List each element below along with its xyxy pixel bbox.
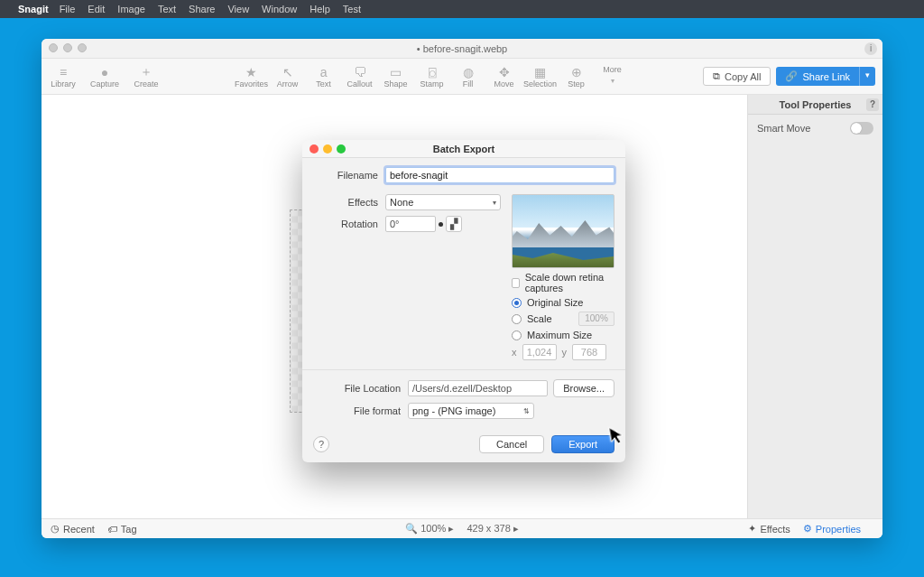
tool-fill[interactable]: ◍Fill	[454, 65, 483, 88]
menu-file[interactable]: File	[60, 4, 76, 14]
tool-selection[interactable]: ▦Selection	[526, 65, 555, 88]
scale-percent: 100%	[578, 312, 614, 326]
move-icon: ✥	[499, 65, 510, 79]
minimize-icon[interactable]	[323, 144, 332, 154]
effects-button[interactable]: ✦Effects	[748, 523, 790, 535]
y-label: y	[562, 347, 568, 358]
help-button[interactable]: ?	[313, 436, 329, 452]
rotation-input[interactable]	[385, 216, 436, 232]
help-icon[interactable]: ?	[866, 98, 879, 111]
original-size-option[interactable]: Original Size	[512, 297, 614, 308]
tool-arrow[interactable]: ↖Arrow	[273, 65, 302, 88]
tool-step[interactable]: ⊕Step	[562, 65, 591, 88]
scale-option[interactable]: Scale 100%	[512, 312, 614, 326]
effects-select[interactable]: None▾	[385, 194, 501, 210]
rotation-label: Rotation	[313, 219, 385, 229]
recent-label: Recent	[63, 524, 95, 535]
file-location-label: File Location	[313, 383, 408, 394]
filename-input[interactable]	[385, 167, 614, 183]
recent-button[interactable]: ◷Recent	[51, 523, 95, 535]
tag-button[interactable]: 🏷Tag	[107, 524, 137, 535]
tag-icon: 🏷	[107, 524, 117, 535]
scale-down-label: Scale down retina captures	[525, 272, 614, 293]
menu-window[interactable]: Window	[262, 4, 297, 14]
toolbar-label: Capture	[90, 79, 119, 88]
copy-all-button[interactable]: ⧉Copy All	[703, 67, 771, 86]
toolbar-label: Shape	[384, 79, 408, 88]
shape-icon: ▭	[390, 65, 402, 79]
toolbar-label: Favorites	[235, 79, 268, 88]
copy-icon: ⧉	[713, 70, 720, 82]
zoom-indicator[interactable]: 🔍 100% ▸	[405, 523, 454, 535]
menu-image[interactable]: Image	[117, 4, 145, 14]
tool-favorites[interactable]: ★Favorites	[237, 65, 266, 88]
menu-edit[interactable]: Edit	[88, 4, 105, 14]
toolbar-label: Step	[568, 79, 585, 88]
text-icon: a	[320, 65, 328, 79]
toolbar-label: Stamp	[420, 79, 444, 88]
menu-help[interactable]: Help	[310, 4, 330, 14]
search-icon: 🔍	[405, 523, 418, 534]
dot-icon: ●	[101, 65, 108, 79]
smart-move-toggle[interactable]	[850, 122, 873, 135]
x-input	[522, 344, 557, 360]
menu-view[interactable]: View	[227, 4, 249, 14]
share-link-button[interactable]: 🔗Share Link	[776, 67, 859, 86]
toolbar-label: Move	[494, 79, 514, 88]
max-size-option[interactable]: Maximum Size	[512, 330, 614, 340]
plus-icon: ＋	[140, 65, 152, 79]
cancel-button[interactable]: Cancel	[479, 435, 544, 453]
toolbar-more[interactable]: More▾	[598, 65, 627, 88]
tool-stamp[interactable]: ⌼Stamp	[418, 65, 447, 88]
file-location-input[interactable]	[408, 380, 548, 396]
menu-test[interactable]: Test	[343, 4, 361, 14]
menu-share[interactable]: Share	[189, 4, 215, 14]
toolbar-library[interactable]: ≡Library	[49, 65, 78, 88]
file-format-select[interactable]: png - (PNG image)⇅	[408, 403, 534, 419]
updown-icon: ⇅	[523, 407, 530, 415]
y-input	[572, 344, 606, 360]
tool-callout[interactable]: 🗨Callout	[346, 65, 374, 88]
link-icon: 🔗	[785, 70, 798, 82]
panel-title: Tool Properties	[780, 99, 852, 110]
close-icon[interactable]	[310, 144, 319, 154]
zoom-icon[interactable]	[78, 43, 87, 52]
browse-button[interactable]: Browse...	[553, 379, 614, 397]
macos-menubar: Snagit File Edit Image Text Share View W…	[0, 0, 924, 18]
checkbox-icon	[512, 278, 520, 288]
zoom-icon[interactable]	[337, 144, 346, 154]
smart-move-label: Smart Move	[757, 123, 810, 134]
toolbar-label: Fill	[463, 79, 474, 88]
toolbar-create[interactable]: ＋Create	[132, 65, 161, 88]
editor-titlebar: • before-snagit.webp i	[42, 39, 882, 59]
minimize-icon[interactable]	[63, 43, 72, 52]
info-icon[interactable]: i	[864, 42, 877, 55]
rotation-preset-button[interactable]: ▞	[446, 216, 462, 232]
app-name[interactable]: Snagit	[18, 4, 49, 14]
step-icon: ⊕	[571, 65, 582, 79]
wand-icon: ✦	[748, 523, 756, 535]
dims-value: 429 x 378	[467, 523, 513, 534]
more-label: More	[603, 65, 622, 74]
file-format-label: File format	[313, 405, 408, 416]
toolbar-label: Arrow	[277, 79, 299, 88]
menu-text[interactable]: Text	[158, 4, 176, 14]
editor-traffic-lights[interactable]	[49, 43, 87, 52]
tool-text[interactable]: aText	[310, 65, 338, 88]
tool-move[interactable]: ✥Move	[490, 65, 519, 88]
toolbar-capture[interactable]: ●Capture	[90, 65, 119, 88]
scale-down-option[interactable]: Scale down retina captures	[512, 272, 614, 293]
dialog-title: Batch Export	[433, 144, 494, 154]
arrow-icon: ↖	[282, 65, 293, 79]
export-button[interactable]: Export	[551, 435, 614, 453]
share-dropdown[interactable]: ▾	[859, 67, 875, 86]
selection-icon: ▦	[534, 65, 546, 79]
rotation-dot-icon	[439, 222, 443, 227]
share-link-label: Share Link	[802, 71, 850, 82]
tool-shape[interactable]: ▭Shape	[382, 65, 411, 88]
toolbar-label: Selection	[523, 79, 557, 88]
properties-button[interactable]: ⚙Properties	[803, 523, 861, 535]
dimensions-indicator[interactable]: 429 x 378 ▸	[467, 523, 518, 535]
close-icon[interactable]	[49, 43, 58, 52]
stamp-icon: ⌼	[429, 65, 436, 79]
